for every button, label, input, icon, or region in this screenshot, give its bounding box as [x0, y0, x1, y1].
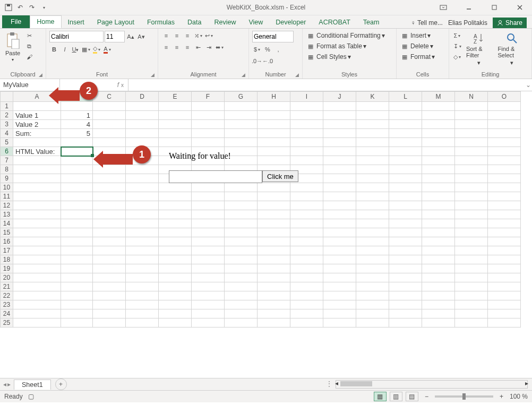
new-sheet-button[interactable]: +: [55, 378, 67, 390]
cell-N14[interactable]: [455, 219, 488, 228]
html-value-input[interactable]: [169, 170, 262, 183]
cell-A16[interactable]: [13, 237, 61, 246]
cell-L20[interactable]: [389, 273, 422, 282]
copy-icon[interactable]: ⧉: [24, 41, 34, 51]
row-header-23[interactable]: 23: [1, 300, 13, 309]
cell-E14[interactable]: [159, 219, 192, 228]
cell-I11[interactable]: [290, 192, 323, 201]
cell-A24[interactable]: [13, 309, 61, 318]
cell-A19[interactable]: [13, 264, 61, 273]
column-header-O[interactable]: O: [488, 92, 521, 102]
cell-A12[interactable]: [13, 201, 61, 210]
cell-A22[interactable]: [13, 291, 61, 300]
cell-D12[interactable]: [126, 201, 159, 210]
sheet-tab-sheet1[interactable]: Sheet1: [14, 380, 51, 390]
row-header-6[interactable]: 6: [1, 147, 13, 156]
cell-N4[interactable]: [455, 129, 488, 138]
zoom-in-icon[interactable]: +: [496, 393, 507, 400]
cell-G10[interactable]: [225, 183, 258, 192]
cell-K10[interactable]: [356, 183, 389, 192]
cell-L16[interactable]: [389, 237, 422, 246]
zoom-slider[interactable]: [435, 395, 493, 398]
cell-E25[interactable]: [159, 318, 192, 328]
row-header-17[interactable]: 17: [1, 246, 13, 255]
split-handle-icon[interactable]: ⋮: [326, 380, 336, 389]
cell-O19[interactable]: [488, 264, 521, 273]
cell-L25[interactable]: [389, 318, 422, 328]
cell-K1[interactable]: [356, 102, 389, 111]
scroll-right-icon[interactable]: ▸: [525, 380, 528, 387]
cell-I18[interactable]: [290, 255, 323, 264]
cell-G3[interactable]: [225, 120, 258, 129]
cell-D2[interactable]: [126, 111, 159, 120]
cell-O13[interactable]: [488, 210, 521, 219]
cell-N17[interactable]: [455, 246, 488, 255]
cell-K13[interactable]: [356, 210, 389, 219]
row-header-13[interactable]: 13: [1, 210, 13, 219]
scroll-left-icon[interactable]: ◂: [335, 380, 338, 387]
row-header-4[interactable]: 4: [1, 129, 13, 138]
cell-O4[interactable]: [488, 129, 521, 138]
cell-H2[interactable]: [258, 111, 290, 120]
cell-K23[interactable]: [356, 300, 389, 309]
border-icon[interactable]: ▦: [81, 45, 91, 54]
row-header-1[interactable]: 1: [1, 102, 13, 111]
format-painter-icon[interactable]: 🖌: [24, 52, 34, 62]
cell-D16[interactable]: [126, 237, 159, 246]
cell-F10[interactable]: [192, 183, 225, 192]
cell-L7[interactable]: [389, 156, 422, 165]
tab-review[interactable]: Review: [208, 16, 242, 28]
italic-icon[interactable]: I: [60, 45, 70, 54]
sheet-nav-prev-icon[interactable]: ◂: [3, 381, 6, 388]
cell-I21[interactable]: [290, 282, 323, 291]
cell-F22[interactable]: [192, 291, 225, 300]
cell-F18[interactable]: [192, 255, 225, 264]
cell-C14[interactable]: [93, 219, 126, 228]
cell-E4[interactable]: [159, 129, 192, 138]
cell-M21[interactable]: [422, 282, 455, 291]
cell-F4[interactable]: [192, 129, 225, 138]
cell-A21[interactable]: [13, 282, 61, 291]
cell-D5[interactable]: [126, 138, 159, 147]
cell-A10[interactable]: [13, 183, 61, 192]
column-header-D[interactable]: D: [126, 92, 159, 102]
cell-L17[interactable]: [389, 246, 422, 255]
cell-F1[interactable]: [192, 102, 225, 111]
cell-C16[interactable]: [93, 237, 126, 246]
cell-E2[interactable]: [159, 111, 192, 120]
cell-J3[interactable]: [323, 120, 356, 129]
font-name-combo[interactable]: [49, 31, 104, 42]
cell-L24[interactable]: [389, 309, 422, 318]
cell-M9[interactable]: [422, 174, 455, 183]
cell-A4[interactable]: Sum:: [13, 129, 61, 138]
clipboard-launcher-icon[interactable]: ◢: [39, 72, 42, 77]
cell-O24[interactable]: [488, 309, 521, 318]
cell-H24[interactable]: [258, 309, 290, 318]
cell-O9[interactable]: [488, 174, 521, 183]
cell-K5[interactable]: [356, 138, 389, 147]
cell-E19[interactable]: [159, 264, 192, 273]
cell-A9[interactable]: [13, 174, 61, 183]
cell-I12[interactable]: [290, 201, 323, 210]
cell-M22[interactable]: [422, 291, 455, 300]
cell-B10[interactable]: [61, 183, 93, 192]
cell-K6[interactable]: [356, 147, 389, 156]
cell-G13[interactable]: [225, 210, 258, 219]
cell-L3[interactable]: [389, 120, 422, 129]
cell-C17[interactable]: [93, 246, 126, 255]
column-header-I[interactable]: I: [290, 92, 323, 102]
conditional-formatting-button[interactable]: ▦Conditional Formatting ▾: [306, 31, 385, 40]
cell-C4[interactable]: [93, 129, 126, 138]
tab-developer[interactable]: Developer: [269, 16, 312, 28]
cell-A17[interactable]: [13, 246, 61, 255]
cell-H18[interactable]: [258, 255, 290, 264]
cell-G25[interactable]: [225, 318, 258, 328]
cell-I25[interactable]: [290, 318, 323, 328]
cell-E18[interactable]: [159, 255, 192, 264]
cell-L8[interactable]: [389, 165, 422, 174]
cell-N12[interactable]: [455, 201, 488, 210]
cell-B13[interactable]: [61, 210, 93, 219]
cell-K9[interactable]: [356, 174, 389, 183]
format-cells-button[interactable]: ▦Format ▾: [400, 52, 435, 62]
cell-M20[interactable]: [422, 273, 455, 282]
